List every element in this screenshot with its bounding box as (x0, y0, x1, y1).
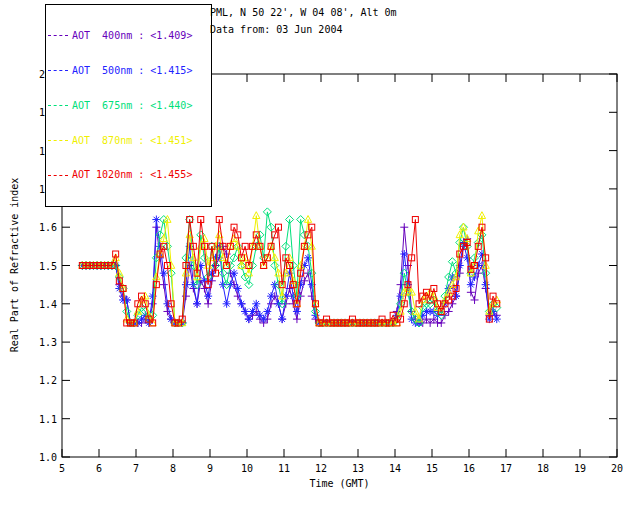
chart-legend: AOT 400nm : <1.409> AOT 500nm : <1.415> … (45, 4, 212, 207)
svg-text:1.6: 1.6 (39, 222, 57, 233)
aot-refractive-index-plot: 5678910111213141516171819201.01.11.21.31… (0, 0, 640, 512)
svg-text:18: 18 (537, 463, 549, 474)
svg-text:16: 16 (463, 463, 475, 474)
svg-text:6: 6 (96, 463, 102, 474)
legend-dash-icon (48, 175, 68, 176)
svg-text:7: 7 (133, 463, 139, 474)
x-axis-title: Time (GMT) (62, 478, 617, 489)
svg-text:9: 9 (207, 463, 213, 474)
svg-text:1.4: 1.4 (39, 299, 57, 310)
svg-text:8: 8 (170, 463, 176, 474)
station-info-text: PML, N 50 22', W 04 08', Alt 0m (210, 7, 397, 18)
legend-dash-icon (48, 35, 68, 36)
svg-text:20: 20 (611, 463, 623, 474)
svg-text:1.5: 1.5 (39, 261, 57, 272)
svg-text:1.1: 1.1 (39, 414, 57, 425)
svg-text:11: 11 (278, 463, 290, 474)
legend-label: AOT 675nm : <1.440> (72, 100, 192, 112)
legend-label: AOT 500nm : <1.415> (72, 65, 192, 77)
svg-text:1.2: 1.2 (39, 375, 57, 386)
svg-text:1.3: 1.3 (39, 337, 57, 348)
data-date-text: Data from: 03 Jun 2004 (210, 24, 342, 35)
legend-dash-icon (48, 105, 68, 106)
legend-item-675nm: AOT 675nm : <1.440> (48, 100, 208, 112)
legend-item-400nm: AOT 400nm : <1.409> (48, 30, 208, 42)
svg-text:12: 12 (315, 463, 327, 474)
svg-text:19: 19 (574, 463, 586, 474)
legend-label: AOT 1020nm : <1.455> (72, 169, 192, 181)
legend-item-500nm: AOT 500nm : <1.415> (48, 65, 208, 77)
y-axis-title: Real Part of Refractive index (9, 178, 20, 353)
legend-label: AOT 870nm : <1.451> (72, 135, 192, 147)
svg-text:1.0: 1.0 (39, 452, 57, 463)
legend-item-870nm: AOT 870nm : <1.451> (48, 135, 208, 147)
legend-dash-icon (48, 140, 68, 141)
legend-item-1020nm: AOT 1020nm : <1.455> (48, 169, 208, 181)
legend-label: AOT 400nm : <1.409> (72, 30, 192, 42)
svg-text:15: 15 (426, 463, 438, 474)
svg-text:10: 10 (241, 463, 253, 474)
svg-text:13: 13 (352, 463, 364, 474)
svg-text:14: 14 (389, 463, 401, 474)
svg-text:5: 5 (59, 463, 65, 474)
svg-text:17: 17 (500, 463, 512, 474)
legend-dash-icon (48, 70, 68, 71)
